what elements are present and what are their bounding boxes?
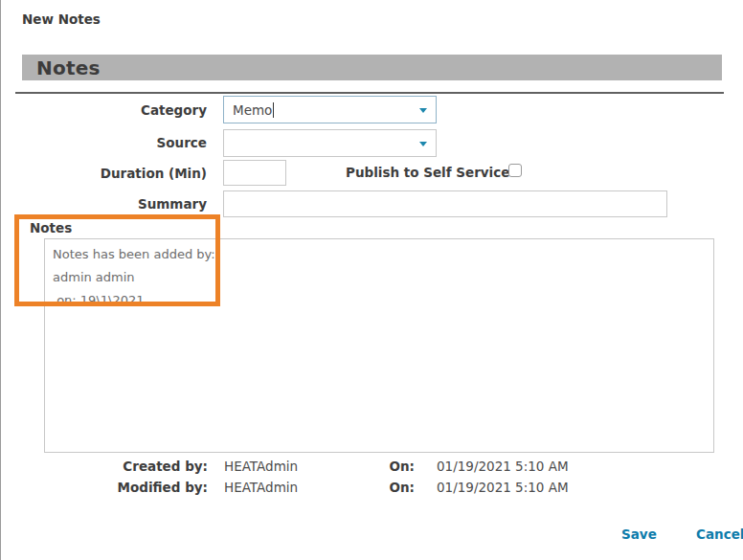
category-combobox[interactable]: Memo xyxy=(223,96,437,123)
cancel-button[interactable]: Cancel xyxy=(696,526,743,542)
text-cursor xyxy=(273,102,274,118)
publish-to-self-service-checkbox[interactable] xyxy=(508,164,522,177)
save-button[interactable]: Save xyxy=(621,526,657,542)
created-on-label: On: xyxy=(379,459,415,474)
page-title: New Notes xyxy=(22,11,101,27)
new-notes-dialog: New Notes Notes Category Memo Source Dur… xyxy=(0,0,743,560)
created-by-value: HEATAdmin xyxy=(224,459,298,474)
duration-input[interactable] xyxy=(223,160,286,186)
section-title: Notes xyxy=(36,56,101,79)
notes-textarea[interactable]: Notes has been added by: admin admin on:… xyxy=(44,238,714,453)
publish-to-self-service-label: Publish to Self Service xyxy=(346,165,509,180)
duration-label: Duration (Min) xyxy=(1,166,207,181)
created-on-value: 01/19/2021 5:10 AM xyxy=(437,459,569,474)
created-by-label: Created by: xyxy=(1,459,208,474)
chevron-down-icon[interactable] xyxy=(419,108,427,113)
source-combobox[interactable] xyxy=(223,129,437,157)
modified-on-label: On: xyxy=(379,480,415,495)
source-label: Source xyxy=(1,135,207,150)
summary-label: Summary xyxy=(1,196,207,212)
category-value: Memo xyxy=(233,102,272,118)
chevron-down-icon[interactable] xyxy=(419,142,427,146)
modified-on-value: 01/19/2021 5:10 AM xyxy=(437,480,569,495)
summary-input[interactable] xyxy=(223,190,667,217)
modified-by-label: Modified by: xyxy=(1,480,208,495)
notes-field-label: Notes xyxy=(30,220,72,235)
category-label: Category xyxy=(1,102,207,118)
notes-section-header: Notes xyxy=(22,55,722,80)
section-divider xyxy=(15,92,724,94)
modified-by-value: HEATAdmin xyxy=(224,480,298,495)
